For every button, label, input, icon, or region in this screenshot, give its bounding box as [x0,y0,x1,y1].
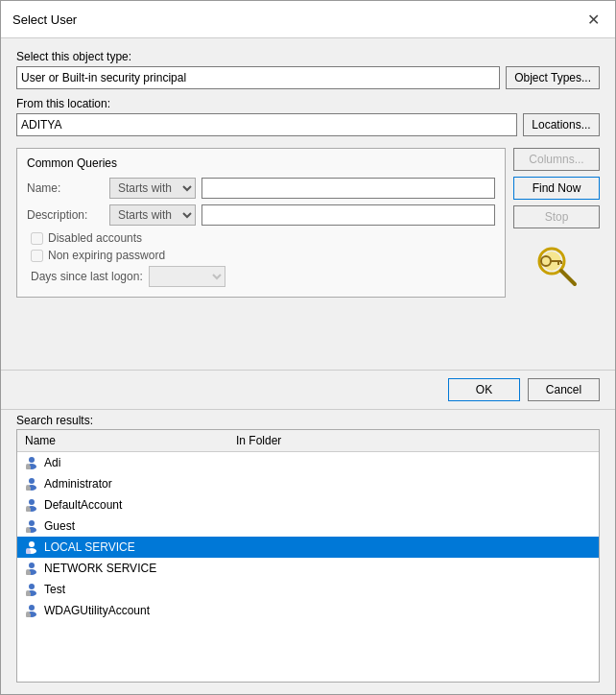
non-expiring-label: Non expiring password [48,249,165,262]
find-icon [533,242,580,290]
description-row: Description: Starts with Is exactly [27,204,495,226]
non-expiring-checkbox[interactable] [31,250,43,262]
actions-column: Columns... Find Now Stop [513,144,600,298]
ok-button[interactable]: OK [448,378,520,401]
table-row[interactable]: NETWORK SERVICE [17,558,599,579]
svg-point-27 [29,563,35,568]
table-row[interactable]: Adi [17,452,599,473]
non-expiring-row: Non expiring password [31,249,495,262]
find-now-button[interactable]: Find Now [513,177,600,200]
table-row[interactable]: LOCAL SERVICE [17,537,599,558]
object-type-section: Select this object type: Object Types... [16,50,600,89]
svg-point-7 [29,457,35,463]
days-since-row: Days since last logon: [31,266,495,287]
description-label: Description: [27,208,104,222]
col-folder-header: In Folder [232,432,595,449]
user-icon [23,582,40,597]
location-section: From this location: Locations... [16,97,600,136]
location-input[interactable] [16,113,517,136]
description-input[interactable] [201,204,495,226]
svg-rect-26 [26,550,31,554]
dialog-title: Select User [12,12,77,27]
search-results-label: Search results: [1,409,615,429]
columns-button[interactable]: Columns... [513,148,600,171]
result-name: LOCAL SERVICE [44,540,232,554]
svg-rect-14 [26,487,31,491]
svg-line-2 [561,271,575,284]
object-type-label: Select this object type: [16,50,600,63]
result-name: NETWORK SERVICE [44,562,232,575]
table-row[interactable]: Guest [17,515,599,537]
result-name: WDAGUtilityAccount [44,604,232,617]
table-row[interactable]: DefaultAccount [17,494,599,515]
object-type-row: Object Types... [16,66,600,89]
svg-rect-18 [26,508,31,512]
close-button[interactable]: ✕ [582,9,604,30]
disabled-accounts-label: Disabled accounts [48,231,142,245]
svg-point-11 [29,478,35,484]
table-row[interactable]: Administrator [17,473,599,494]
results-table: Name In Folder Adi Administrator Default… [16,429,600,683]
location-label: From this location: [16,97,600,110]
user-icon [23,539,40,555]
name-row: Name: Starts with Is exactly [27,178,495,199]
disabled-accounts-checkbox[interactable] [31,232,43,245]
object-types-button[interactable]: Object Types... [506,66,600,89]
result-name: DefaultAccount [44,498,232,512]
result-name: Adi [44,456,232,469]
common-queries-box: Common Queries Name: Starts with Is exac… [16,148,506,298]
days-since-select[interactable] [149,266,225,287]
col-name-header: Name [21,432,232,449]
result-name: Guest [44,519,232,533]
user-icon [23,603,40,618]
results-header: Name In Folder [17,430,599,452]
name-input[interactable] [201,178,495,199]
svg-point-19 [29,520,35,526]
name-label: Name: [27,181,104,195]
days-since-label: Days since last logon: [31,270,143,283]
stop-button[interactable]: Stop [513,205,600,228]
object-type-input[interactable] [16,66,500,89]
dialog-body: Select this object type: Object Types...… [1,38,615,370]
search-icon-container [513,242,600,290]
results-body: Adi Administrator DefaultAccount Guest L… [17,452,599,621]
bottom-buttons: OK Cancel [1,370,615,409]
svg-point-23 [29,541,35,547]
svg-rect-10 [26,466,31,469]
svg-point-31 [29,584,35,589]
svg-rect-34 [26,592,31,596]
title-bar: Select User ✕ [1,1,615,38]
user-icon [23,455,40,470]
result-name: Administrator [44,477,232,491]
svg-rect-22 [26,529,31,533]
cancel-button[interactable]: Cancel [528,378,600,401]
svg-rect-38 [26,613,31,617]
queries-column: Common Queries Name: Starts with Is exac… [16,144,506,298]
common-queries-legend: Common Queries [27,156,495,170]
user-icon [23,476,40,491]
locations-button[interactable]: Locations... [523,113,600,136]
result-name: Test [44,583,232,596]
svg-rect-30 [26,571,31,575]
main-area: Common Queries Name: Starts with Is exac… [16,144,600,298]
user-icon [23,518,40,534]
description-operator-select[interactable]: Starts with Is exactly [109,204,196,226]
table-row[interactable]: Test [17,579,599,600]
svg-point-35 [29,605,35,611]
table-row[interactable]: WDAGUtilityAccount [17,600,599,621]
name-operator-select[interactable]: Starts with Is exactly [109,178,196,199]
location-row: Locations... [16,113,600,136]
disabled-accounts-row: Disabled accounts [31,231,495,245]
user-icon [23,497,40,513]
user-icon [23,561,40,576]
select-user-dialog: Select User ✕ Select this object type: O… [0,0,616,695]
svg-point-15 [29,499,35,505]
